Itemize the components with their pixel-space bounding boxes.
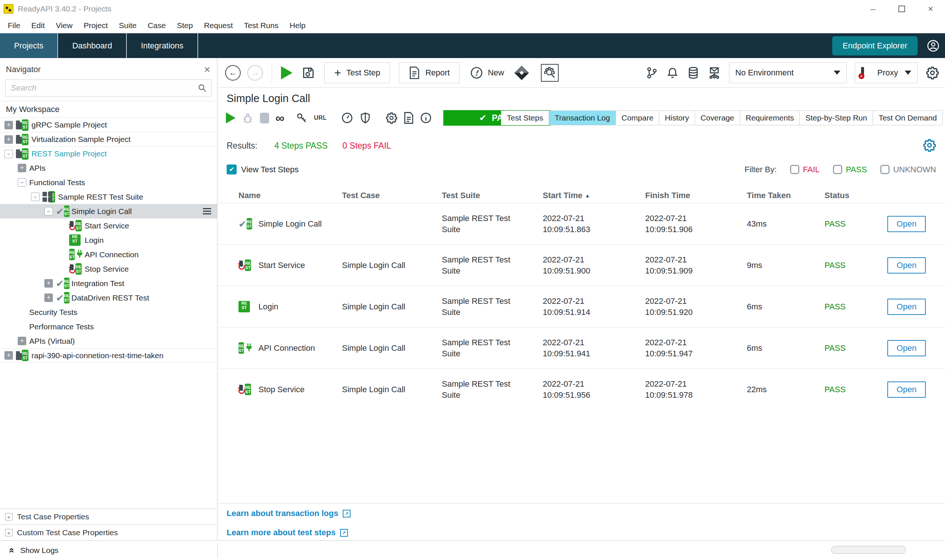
checkbox-unchecked[interactable] bbox=[790, 165, 799, 174]
view-tab[interactable]: Compare bbox=[616, 111, 659, 125]
forward-button[interactable]: → bbox=[247, 65, 263, 81]
open-button[interactable]: Open bbox=[887, 216, 926, 232]
table-row[interactable]: ✔ REST Login Simple Login Call S bbox=[218, 286, 945, 327]
help-link[interactable]: Learn more about test steps ↗ bbox=[227, 528, 351, 537]
filter-checkbox[interactable]: FAIL bbox=[790, 165, 820, 174]
help-link[interactable]: Learn about transaction logs ↗ bbox=[227, 509, 351, 518]
stop-icon[interactable] bbox=[260, 113, 269, 123]
nav-tab[interactable]: Projects bbox=[0, 33, 58, 58]
tree-item[interactable]: ✔ REST Functional Tests bbox=[0, 175, 217, 190]
expand-icon[interactable]: + bbox=[5, 529, 12, 536]
loop-icon[interactable]: ∞ bbox=[275, 112, 284, 124]
tree-item[interactable]: ✔ REST Sample REST Test Suite bbox=[0, 190, 217, 204]
run-test-icon[interactable] bbox=[226, 112, 235, 123]
expander-icon[interactable] bbox=[18, 337, 26, 345]
database-icon[interactable] bbox=[687, 66, 700, 79]
virt-dispatch-icon[interactable] bbox=[708, 66, 721, 80]
view-tab[interactable]: Transaction Log bbox=[549, 111, 616, 125]
column-header[interactable]: Name ▴ bbox=[239, 191, 342, 200]
expander-icon[interactable] bbox=[5, 351, 13, 360]
checkbox-checked[interactable]: ✔ bbox=[227, 165, 237, 174]
diamond-icon[interactable] bbox=[515, 65, 529, 80]
view-tab[interactable]: History bbox=[659, 111, 695, 125]
horizontal-scrollbar[interactable] bbox=[831, 546, 906, 554]
git-branch-icon[interactable] bbox=[645, 66, 658, 79]
table-row[interactable]: ✔ REST Stop Service Simple Login Call bbox=[218, 369, 945, 410]
menu-item[interactable]: View bbox=[50, 21, 78, 30]
column-header[interactable]: Test Case ▴ bbox=[342, 191, 442, 200]
back-button[interactable]: ← bbox=[225, 65, 241, 81]
discover-icon[interactable] bbox=[541, 64, 559, 82]
expander-icon[interactable] bbox=[18, 164, 26, 172]
view-tab[interactable]: Test Steps bbox=[501, 111, 549, 125]
security-shield-icon[interactable] bbox=[359, 112, 371, 124]
checkbox-unchecked[interactable] bbox=[880, 165, 890, 174]
expander-icon[interactable] bbox=[45, 207, 53, 215]
item-menu-icon[interactable] bbox=[203, 208, 211, 214]
open-button[interactable]: Open bbox=[887, 298, 926, 315]
filter-checkbox[interactable]: PASS bbox=[833, 165, 867, 174]
tree-item[interactable]: ✔ REST Security Tests bbox=[0, 305, 217, 319]
table-row[interactable]: ✔ REST API Connection Simple Login Call bbox=[218, 327, 945, 369]
menu-item[interactable]: Test Runs bbox=[239, 21, 284, 30]
view-tab[interactable]: Requirements bbox=[740, 111, 800, 125]
column-header[interactable]: Finish Time ▴ bbox=[645, 191, 747, 200]
debug-bug-icon[interactable] bbox=[242, 112, 254, 124]
column-header[interactable]: Status ▴ bbox=[825, 191, 887, 200]
open-button[interactable]: Open bbox=[887, 257, 926, 274]
user-profile-icon[interactable] bbox=[927, 39, 940, 52]
view-tab[interactable]: Coverage bbox=[695, 111, 740, 125]
show-logs-button[interactable]: « Show Logs bbox=[9, 541, 58, 560]
info-icon[interactable] bbox=[420, 112, 432, 124]
tree-item[interactable]: ✔ REST Stop Service bbox=[0, 262, 217, 276]
checkbox-unchecked[interactable] bbox=[833, 165, 842, 174]
report-button[interactable]: Report bbox=[399, 63, 460, 83]
menu-item[interactable]: Suite bbox=[114, 21, 142, 30]
menu-item[interactable]: File bbox=[2, 21, 26, 30]
menu-item[interactable]: Project bbox=[78, 21, 113, 30]
expander-icon[interactable] bbox=[5, 135, 13, 144]
expander-icon[interactable] bbox=[5, 121, 13, 129]
performance-gauge-icon[interactable] bbox=[341, 112, 353, 124]
expand-icon[interactable]: + bbox=[5, 513, 12, 520]
tree-item[interactable]: ✔ REST Integration Test bbox=[0, 276, 217, 291]
tree-item[interactable]: ✔ REST gRPC Sample Project bbox=[0, 117, 217, 132]
menu-item[interactable]: Case bbox=[142, 21, 171, 30]
filter-checkbox[interactable]: UNKNOWN bbox=[880, 165, 936, 174]
settings-gear-icon[interactable] bbox=[386, 112, 397, 124]
tree-item[interactable]: ✔ REST REST Sample Project bbox=[0, 146, 217, 161]
properties-section[interactable]: + Test Case Properties bbox=[0, 509, 217, 525]
expander-icon[interactable] bbox=[45, 279, 53, 288]
column-header[interactable]: Test Suite ▴ bbox=[442, 191, 543, 200]
open-button[interactable]: Open bbox=[887, 340, 926, 356]
view-test-steps-label[interactable]: View Test Steps bbox=[241, 165, 299, 174]
tree-item[interactable]: ✔ REST Performance Tests bbox=[0, 319, 217, 334]
tree-item[interactable]: ✔ REST Simple Login Call bbox=[0, 204, 217, 218]
run-icon[interactable] bbox=[281, 66, 292, 80]
expander-icon[interactable] bbox=[31, 192, 40, 201]
close-button[interactable]: × bbox=[916, 0, 945, 17]
tree-item[interactable]: ✔ REST Login bbox=[0, 233, 217, 247]
add-test-step-button[interactable]: + Test Step bbox=[324, 63, 390, 83]
search-input[interactable] bbox=[10, 83, 197, 93]
menu-item[interactable]: Help bbox=[284, 21, 311, 30]
maximize-button[interactable] bbox=[887, 0, 916, 17]
expander-icon[interactable] bbox=[5, 150, 13, 158]
menu-item[interactable]: Edit bbox=[26, 21, 50, 30]
close-icon[interactable]: × bbox=[204, 64, 210, 75]
notifications-bell-icon[interactable] bbox=[666, 66, 679, 79]
tree-item[interactable]: ✔ REST DataDriven REST Test bbox=[0, 291, 217, 305]
document-icon[interactable] bbox=[404, 112, 414, 124]
expander-icon[interactable] bbox=[18, 178, 26, 187]
search-box[interactable] bbox=[5, 80, 212, 97]
nav-tab[interactable]: Dashboard bbox=[58, 33, 127, 58]
properties-section[interactable]: + Custom Test Case Properties bbox=[0, 525, 217, 540]
open-button[interactable]: Open bbox=[887, 382, 926, 398]
new-button[interactable]: New bbox=[470, 66, 504, 80]
menu-item[interactable]: Request bbox=[199, 21, 239, 30]
nav-tab[interactable]: Integrations bbox=[127, 33, 198, 58]
tree-item[interactable]: ✔ REST APIs bbox=[0, 161, 217, 175]
expander-icon[interactable] bbox=[45, 294, 53, 302]
menu-item[interactable]: Step bbox=[171, 21, 198, 30]
column-header[interactable]: Time Taken ▴ bbox=[747, 191, 825, 200]
